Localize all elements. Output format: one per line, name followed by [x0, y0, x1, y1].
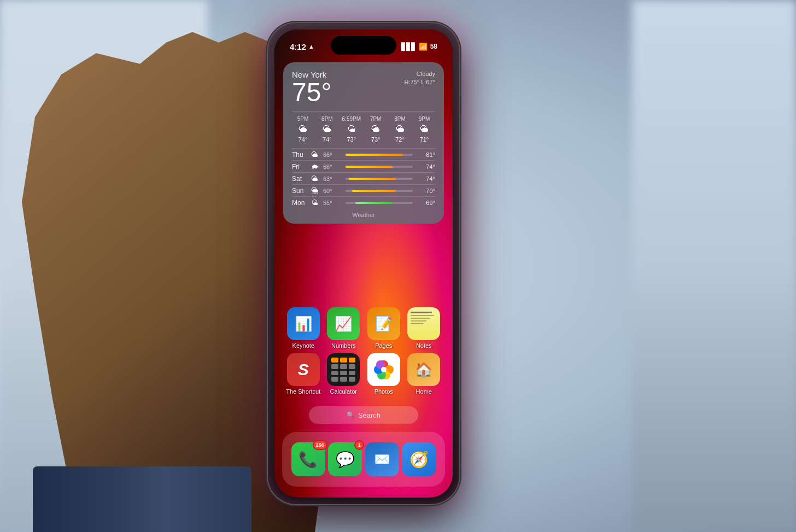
- status-right-area: ▋▋▋ 📶 58: [401, 43, 437, 51]
- location-icon: ▲: [308, 43, 314, 50]
- notes-label: Notes: [416, 342, 432, 349]
- battery-display: 58: [430, 43, 437, 50]
- pages-label: Pages: [375, 342, 392, 349]
- app-item-home[interactable]: 🏠 Home: [405, 353, 442, 395]
- phone-screen: 4:12 ▲ ▋▋▋ 📶 58 New York 75°: [274, 30, 453, 498]
- app-item-keynote[interactable]: 📊 Keynote: [285, 307, 322, 349]
- shortcut-icon[interactable]: S: [287, 353, 320, 386]
- weather-header: New York 75° Cloudy H:75° L:67°: [292, 70, 435, 110]
- safari-app-icon[interactable]: 🧭: [402, 442, 436, 476]
- photos-label: Photos: [374, 388, 393, 395]
- app-grid: 📊 Keynote 📈 Numbers 📝: [283, 307, 444, 399]
- daily-bar-thu: [346, 154, 413, 156]
- weather-city-name: New York 75°: [292, 70, 332, 110]
- phone-badge: 256: [313, 440, 327, 450]
- home-icon[interactable]: 🏠: [407, 353, 440, 386]
- messages-badge: 1: [354, 440, 364, 450]
- calculator-label: Calculator: [330, 388, 357, 395]
- dock-item-mail[interactable]: ✉️: [365, 442, 399, 476]
- app-item-numbers[interactable]: 📈 Numbers: [325, 307, 362, 349]
- time-display: 4:12: [290, 42, 306, 51]
- hourly-item-1: 6PM 🌥 74°: [316, 116, 338, 143]
- keynote-label: Keynote: [292, 342, 314, 349]
- phone-container: 4:12 ▲ ▋▋▋ 📶 58 New York 75°: [268, 23, 459, 504]
- keynote-icon[interactable]: 📊: [287, 307, 320, 340]
- daily-row-sun: Sun 🌦 60° 70°: [292, 184, 435, 196]
- home-label: Home: [416, 388, 432, 395]
- numbers-icon[interactable]: 📈: [327, 307, 360, 340]
- bg-right: [632, 0, 796, 532]
- weather-high: H:75° L:67°: [404, 78, 435, 86]
- weather-condition: Cloudy H:75° L:67°: [404, 70, 435, 87]
- hourly-item-2: 6:59PM 🌤 73°: [341, 116, 362, 143]
- daily-row-sat: Sat 🌥 63° 74°: [292, 172, 435, 184]
- hourly-item-4: 8PM 🌥 72°: [389, 116, 411, 143]
- dock: 📞 256 💬 1 ✉️: [282, 432, 445, 487]
- app-item-shortcut[interactable]: S The Shortcut: [285, 353, 322, 395]
- pages-icon[interactable]: 📝: [367, 307, 400, 340]
- hourly-forecast-row: 5PM 🌥 74° 6PM 🌥 74° 6:59PM 🌤 73°: [292, 111, 435, 145]
- dock-item-messages[interactable]: 💬 1: [328, 442, 362, 476]
- daily-row-mon: Mon 🌤 55° 69°: [292, 196, 435, 208]
- hourly-item-5: 9PM 🌥 71°: [413, 116, 435, 143]
- daily-bar-sat: [346, 178, 413, 180]
- hourly-item-0: 5PM 🌥 74°: [292, 116, 314, 143]
- app-item-calculator[interactable]: Calculator: [325, 353, 362, 395]
- status-time-area: 4:12 ▲: [290, 42, 314, 51]
- search-bar[interactable]: 🔍 Search: [309, 406, 418, 424]
- photos-icon[interactable]: [367, 353, 400, 386]
- daily-bar-sun: [346, 190, 413, 192]
- wrist-band: [33, 466, 251, 532]
- daily-row-thu: Thu 🌥 66° 81°: [292, 148, 435, 160]
- weather-widget-label: Weather: [292, 212, 435, 218]
- daily-bar-mon: [346, 202, 413, 204]
- app-item-photos[interactable]: Photos: [365, 353, 402, 395]
- app-row-1: 📊 Keynote 📈 Numbers 📝: [283, 307, 444, 349]
- calculator-icon[interactable]: [327, 353, 360, 386]
- app-row-2: S The Shortcut: [283, 353, 444, 395]
- signal-bars-icon: ▋▋▋: [401, 43, 416, 51]
- hourly-item-3: 7PM 🌥 73°: [365, 116, 387, 143]
- dock-item-safari[interactable]: 🧭: [402, 442, 436, 476]
- weather-widget[interactable]: New York 75° Cloudy H:75° L:67° 5PM 🌥: [283, 62, 444, 224]
- app-item-pages[interactable]: 📝 Pages: [365, 307, 402, 349]
- numbers-label: Numbers: [331, 342, 356, 349]
- search-icon: 🔍: [347, 411, 355, 419]
- phone-shell: 4:12 ▲ ▋▋▋ 📶 58 New York 75°: [268, 23, 459, 504]
- dock-item-phone[interactable]: 📞 256: [291, 442, 325, 476]
- app-item-notes[interactable]: Notes: [405, 307, 442, 349]
- daily-row-fri: Fri 🌧 66° 74°: [292, 160, 435, 172]
- search-label: Search: [358, 411, 381, 419]
- notes-icon[interactable]: [407, 307, 440, 340]
- weather-temperature: 75°: [292, 79, 332, 106]
- dynamic-island: [331, 36, 396, 55]
- mail-app-icon[interactable]: ✉️: [365, 442, 399, 476]
- daily-bar-fri: [346, 166, 413, 168]
- shortcut-label: The Shortcut: [286, 388, 320, 395]
- wifi-icon: 📶: [419, 43, 428, 51]
